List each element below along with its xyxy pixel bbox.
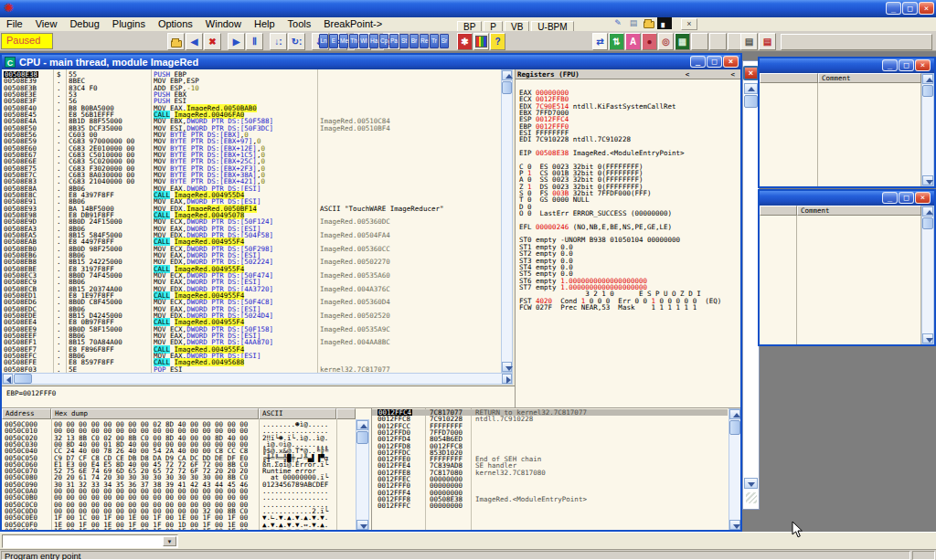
- stack-row[interactable]: 0012FFEC00000000: [372, 476, 728, 482]
- notepad-icon[interactable]: ▤: [626, 17, 641, 29]
- cpu-window[interactable]: C CPU - main thread, module ImageRed _□×…: [0, 53, 742, 532]
- stack-row[interactable]: 0012FFC87C910228ntdll.7C910228: [372, 416, 728, 422]
- stack-row[interactable]: 0012FFD80012FFC8: [372, 443, 728, 449]
- column-header-blank[interactable]: [760, 73, 818, 83]
- toolbar-letter-tr[interactable]: Tr: [430, 34, 439, 48]
- toolbar-blank-button[interactable]: [691, 33, 708, 50]
- column-header-comment[interactable]: Comment: [818, 73, 921, 83]
- menu-plugins[interactable]: Plugins: [106, 17, 152, 31]
- run-button[interactable]: ▶: [228, 33, 245, 50]
- toolbar-blank-button[interactable]: [709, 33, 727, 50]
- scrollbar-thumb[interactable]: [922, 217, 933, 229]
- restore-button[interactable]: □: [902, 2, 918, 15]
- ascii-button[interactable]: A: [625, 33, 641, 50]
- toolbar-letter-sr[interactable]: Sr: [440, 34, 449, 48]
- minimize-button[interactable]: _: [886, 2, 901, 15]
- resize-grip[interactable]: [746, 492, 757, 503]
- scrollbar-thumb[interactable]: [744, 95, 758, 108]
- updown-button[interactable]: ⇅: [609, 33, 624, 50]
- menu-file[interactable]: File: [0, 17, 29, 31]
- registers-nav-buttons[interactable]: < <: [686, 69, 735, 79]
- help-button[interactable]: ?: [490, 33, 505, 50]
- swap-arrows-button[interactable]: ⇄: [592, 33, 608, 50]
- minimize-button[interactable]: _: [882, 59, 898, 71]
- restart-button[interactable]: ◀: [186, 33, 203, 50]
- disassembler-vscrollbar[interactable]: [501, 69, 513, 373]
- stack-row[interactable]: 0012FFD07FFD7000: [372, 429, 728, 436]
- toolbar-letter-ln[interactable]: Ln: [319, 34, 328, 48]
- toolbar-letter-me[interactable]: Me: [339, 34, 348, 48]
- appearance-button[interactable]: [473, 33, 489, 50]
- stack-row[interactable]: 0012FFDC853D1020: [372, 449, 728, 456]
- menu-breakpoint[interactable]: BreakPoint->: [317, 17, 388, 31]
- cpu-titlebar[interactable]: C CPU - main thread, module ImageRed _□×: [2, 55, 740, 69]
- stack-row[interactable]: 0012FFD48054B6ED: [372, 436, 728, 442]
- stack-row[interactable]: 0012FFFC00000000: [372, 502, 728, 509]
- restore-button[interactable]: □: [899, 59, 914, 71]
- close-button[interactable]: ×: [915, 192, 931, 204]
- record-button[interactable]: ●: [642, 33, 657, 50]
- spiral-button[interactable]: ◎: [658, 33, 674, 50]
- breakpoint-list-button[interactable]: ▤: [759, 33, 776, 50]
- scrollbar-thumb[interactable]: [14, 374, 32, 384]
- scrollbar-thumb[interactable]: [729, 420, 740, 435]
- dump-row[interactable]: 0050C1001F 00 1F 00 1F 00 1F 00 1F 00 1F…: [2, 528, 371, 530]
- close-program-button[interactable]: ✖: [204, 33, 221, 50]
- stack-row[interactable]: 0012FFF800508E38ImageRed.<ModuleEntryPoi…: [372, 496, 728, 502]
- close-button[interactable]: ×: [915, 59, 931, 71]
- register-line[interactable]: EIP 00508E38 ImageRed.<ModuleEntryPoint>: [519, 150, 739, 156]
- stack-row[interactable]: 0012FFC47C817077RETURN to kernel32.7C817…: [372, 409, 728, 416]
- toolbar-letter-th[interactable]: Th: [349, 34, 358, 48]
- log-list-button[interactable]: ▤: [740, 33, 758, 50]
- stack-row[interactable]: 0012FFE47C839AD8SE handler: [372, 462, 728, 469]
- options-gear-button[interactable]: ✱: [457, 33, 473, 50]
- scroll-up-button[interactable]: [744, 83, 758, 94]
- stack-row[interactable]: 0012FFCCFFFFFFFF: [372, 423, 728, 429]
- folder-icon[interactable]: [642, 17, 656, 29]
- comment-window-top-titlebar[interactable]: _□×: [760, 58, 934, 73]
- disassembler-hscrollbar[interactable]: [2, 373, 513, 385]
- comment-window-bottom-titlebar[interactable]: _□×: [760, 191, 934, 206]
- plugin-close-button[interactable]: ×: [681, 18, 697, 30]
- step-over-button[interactable]: ↻:: [288, 33, 305, 50]
- toolbar-letter-br[interactable]: Br: [410, 34, 419, 48]
- register-line[interactable]: T 0 GS 0000 NULL: [519, 196, 739, 203]
- minimize-button[interactable]: _: [690, 56, 706, 68]
- restore-button[interactable]: □: [899, 192, 914, 204]
- menu-view[interactable]: View: [29, 17, 64, 31]
- minimize-button[interactable]: _: [882, 192, 898, 204]
- open-file-button[interactable]: [167, 33, 185, 50]
- register-line[interactable]: FCW 027F Prec NEAR,53 Mask 1 1 1 1 1 1: [519, 304, 739, 311]
- close-button[interactable]: ×: [723, 56, 739, 68]
- registers-pane[interactable]: Registers (FPU)< < EAX 00000000ECX 0012F…: [515, 69, 740, 407]
- menu-window[interactable]: Window: [199, 17, 248, 31]
- menu-options[interactable]: Options: [152, 17, 199, 31]
- pause-button[interactable]: Ⅱ: [246, 33, 263, 50]
- disassembler-pane[interactable]: 00508E38$55PUSH EBP00508E39.8BECMOV EBP,…: [2, 69, 501, 373]
- toolbar-letter-cp[interactable]: Cp: [379, 34, 388, 48]
- console-icon[interactable]: ▖: [657, 17, 672, 29]
- comment-window-bottom[interactable]: _□× Comment: [758, 189, 936, 346]
- comment-window-top-body[interactable]: [760, 83, 921, 186]
- register-line[interactable]: EFL 00000246 (NO,NB,E,BE,NS,PE,GE,LE): [519, 224, 739, 230]
- toolbar-letter-wi[interactable]: Wi: [359, 34, 368, 48]
- stack-pane[interactable]: 0012FFC47C817077RETURN to kernel32.7C817…: [371, 407, 740, 530]
- toolbar-letter-re[interactable]: Re: [420, 34, 429, 48]
- dump-header-hex[interactable]: Hex dump: [51, 408, 259, 419]
- toolbar-letter-pa[interactable]: Pa: [389, 34, 399, 48]
- dump-header-ascii[interactable]: ASCII: [259, 408, 336, 419]
- scroll-down-button[interactable]: [744, 478, 758, 489]
- info-pane[interactable]: EBP=0012FFF0: [2, 386, 515, 407]
- comment-window-top[interactable]: _□× Comment: [758, 57, 936, 188]
- comment-window-top-scrollbar[interactable]: [921, 73, 934, 186]
- column-header-comment[interactable]: Comment: [797, 206, 921, 216]
- main-titlebar[interactable]: ✺ _□×: [0, 0, 936, 17]
- binary-button[interactable]: ▦: [675, 33, 690, 50]
- scrollbar-thumb[interactable]: [922, 85, 933, 97]
- register-line[interactable]: EDI 7C910228 ntdll.7C910228: [519, 136, 739, 143]
- disasm-address[interactable]: 00508F03: [4, 366, 37, 373]
- toolbar-letter-st[interactable]: St: [399, 34, 409, 48]
- toolbar-letter-ha[interactable]: Ha: [369, 34, 378, 48]
- stack-row[interactable]: 0012FFF000000000: [372, 482, 728, 489]
- combo-dropdown-button[interactable]: ▼: [163, 536, 176, 546]
